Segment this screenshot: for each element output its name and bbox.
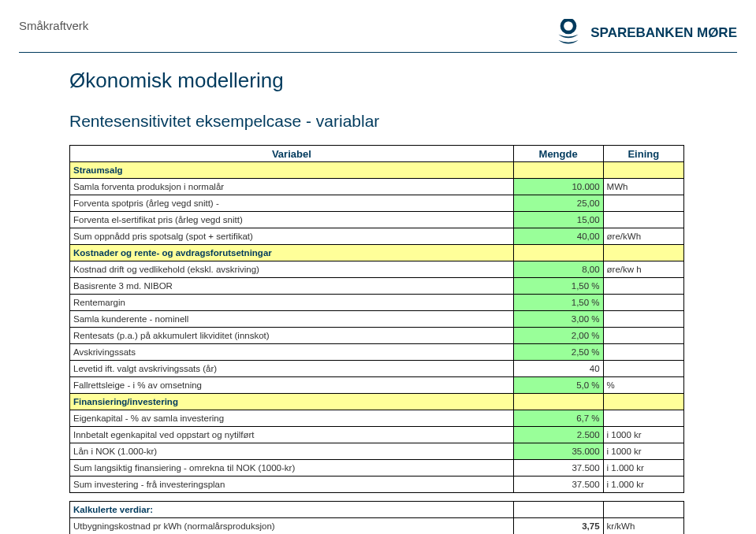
cell-label: Avskrivingssats xyxy=(70,344,514,361)
cell-unit xyxy=(603,311,683,328)
table-row: Basisrente 3 md. NIBOR1,50 % xyxy=(70,278,684,295)
cell-unit xyxy=(603,361,683,377)
table-row: Utbygningskostnad pr kWh (normalårsprodu… xyxy=(70,518,684,535)
table-row: Sum investering - frå investeringsplan37… xyxy=(70,477,684,493)
cell-label: Rentesats (p.a.) på akkumulert likvidite… xyxy=(70,328,514,344)
section-blank xyxy=(513,162,603,179)
cell-value: 3,75 xyxy=(513,518,603,535)
section-blank xyxy=(513,394,603,410)
col-header-unit: Eining xyxy=(603,146,683,162)
variables-table: Variabel Mengde Eining Straumsalg Samla … xyxy=(69,145,684,493)
cell-value: 37.500 xyxy=(513,477,603,493)
cell-value: 15,00 xyxy=(513,212,603,228)
cell-label: Sum langsiktig finansiering - omrekna ti… xyxy=(70,460,514,477)
section-label: Finansiering/investering xyxy=(70,394,514,410)
cell-unit xyxy=(603,278,683,295)
cell-value: 35.000 xyxy=(513,443,603,460)
cell-value: 40 xyxy=(513,361,603,377)
table-row: Fallrettsleige - i % av omsetning5,0 %% xyxy=(70,377,684,394)
cell-value: 2,00 % xyxy=(513,328,603,344)
calculated-values-table: Kalkulerte verdiar: Utbygningskostnad pr… xyxy=(69,501,684,534)
logo-icon xyxy=(554,19,583,47)
table-row: Levetid ift. valgt avskrivingssats (år)4… xyxy=(70,361,684,377)
col-header-variable: Variabel xyxy=(70,146,514,162)
section-blank xyxy=(513,245,603,261)
cell-value: 5,0 % xyxy=(513,377,603,394)
cell-label: Samla forventa produksjon i normalår xyxy=(70,179,514,195)
cell-unit: øre/kWh xyxy=(603,228,683,245)
section-label: Kostnader og rente- og avdragsforutsetni… xyxy=(70,245,514,261)
section-kalkulerte: Kalkulerte verdiar: xyxy=(70,502,684,518)
table-row: Sum oppnådd pris spotsalg (spot + sertif… xyxy=(70,228,684,245)
cell-label: Forventa el-sertifikat pris (årleg vegd … xyxy=(70,212,514,228)
section-finans: Finansiering/investering xyxy=(70,394,684,410)
cell-label: Sum oppnådd pris spotsalg (spot + sertif… xyxy=(70,228,514,245)
brand-name: SPAREBANKEN MØRE xyxy=(590,25,737,41)
table-row: Forventa el-sertifikat pris (årleg vegd … xyxy=(70,212,684,228)
document-title: Småkraftverk xyxy=(19,19,88,32)
brand-logo: SPAREBANKEN MØRE xyxy=(554,19,737,47)
section-label: Kalkulerte verdiar: xyxy=(70,502,514,518)
cell-unit xyxy=(603,212,683,228)
table-row: Kostnad drift og vedlikehold (ekskl. avs… xyxy=(70,261,684,278)
cell-value: 37.500 xyxy=(513,460,603,477)
cell-label: Forventa spotpris (årleg vegd snitt) - xyxy=(70,195,514,212)
table-row: Eigenkapital - % av samla investering6,7… xyxy=(70,410,684,427)
cell-unit: øre/kw h xyxy=(603,261,683,278)
cell-value: 25,00 xyxy=(513,195,603,212)
cell-unit xyxy=(603,328,683,344)
cell-label: Kostnad drift og vedlikehold (ekskl. avs… xyxy=(70,261,514,278)
cell-value: 10.000 xyxy=(513,179,603,195)
cell-unit xyxy=(603,295,683,311)
header-divider xyxy=(19,52,737,53)
cell-unit xyxy=(603,195,683,212)
cell-unit: % xyxy=(603,377,683,394)
section-kostnader: Kostnader og rente- og avdragsforutsetni… xyxy=(70,245,684,261)
cell-unit: i 1.000 kr xyxy=(603,460,683,477)
cell-value: 40,00 xyxy=(513,228,603,245)
table-row: Avskrivingssats2,50 % xyxy=(70,344,684,361)
table-row: Innbetalt egenkapital ved oppstart og ny… xyxy=(70,427,684,443)
col-header-amount: Mengde xyxy=(513,146,603,162)
cell-value: 2.500 xyxy=(513,427,603,443)
table-row: Samla forventa produksjon i normalår10.0… xyxy=(70,179,684,195)
cell-value: 1,50 % xyxy=(513,278,603,295)
table-row: Sum langsiktig finansiering - omrekna ti… xyxy=(70,460,684,477)
table-row: Forventa spotpris (årleg vegd snitt) -25… xyxy=(70,195,684,212)
cell-value: 2,50 % xyxy=(513,344,603,361)
cell-unit xyxy=(603,344,683,361)
cell-unit xyxy=(603,410,683,427)
cell-label: Levetid ift. valgt avskrivingssats (år) xyxy=(70,361,514,377)
cell-label: Eigenkapital - % av samla investering xyxy=(70,410,514,427)
section-blank xyxy=(603,394,683,410)
section-label: Straumsalg xyxy=(70,162,514,179)
table-row: Rentesats (p.a.) på akkumulert likvidite… xyxy=(70,328,684,344)
cell-unit: i 1000 kr xyxy=(603,427,683,443)
cell-value: 1,50 % xyxy=(513,295,603,311)
section-straumsalg: Straumsalg xyxy=(70,162,684,179)
table-row: Lån i NOK (1.000-kr)35.000i 1000 kr xyxy=(70,443,684,460)
cell-label: Innbetalt egenkapital ved oppstart og ny… xyxy=(70,427,514,443)
cell-value: 6,7 % xyxy=(513,410,603,427)
section-blank xyxy=(603,162,683,179)
page-subheading: Rentesensitivitet eksempelcase - variabl… xyxy=(69,112,737,131)
cell-label: Rentemargin xyxy=(70,295,514,311)
table-row: Rentemargin1,50 % xyxy=(70,295,684,311)
section-blank xyxy=(513,502,603,518)
cell-unit: i 1000 kr xyxy=(603,443,683,460)
cell-label: Utbygningskostnad pr kWh (normalårsprodu… xyxy=(70,518,514,535)
section-blank xyxy=(603,502,683,518)
cell-value: 8,00 xyxy=(513,261,603,278)
table-row: Samla kunderente - nominell3,00 % xyxy=(70,311,684,328)
cell-value: 3,00 % xyxy=(513,311,603,328)
cell-label: Fallrettsleige - i % av omsetning xyxy=(70,377,514,394)
table-header-row: Variabel Mengde Eining xyxy=(70,146,684,162)
cell-unit: i 1.000 kr xyxy=(603,477,683,493)
cell-label: Sum investering - frå investeringsplan xyxy=(70,477,514,493)
cell-unit: MWh xyxy=(603,179,683,195)
cell-label: Lån i NOK (1.000-kr) xyxy=(70,443,514,460)
page-heading: Økonomisk modellering xyxy=(69,69,737,93)
cell-label: Samla kunderente - nominell xyxy=(70,311,514,328)
cell-unit: kr/kWh xyxy=(603,518,683,535)
section-blank xyxy=(603,245,683,261)
